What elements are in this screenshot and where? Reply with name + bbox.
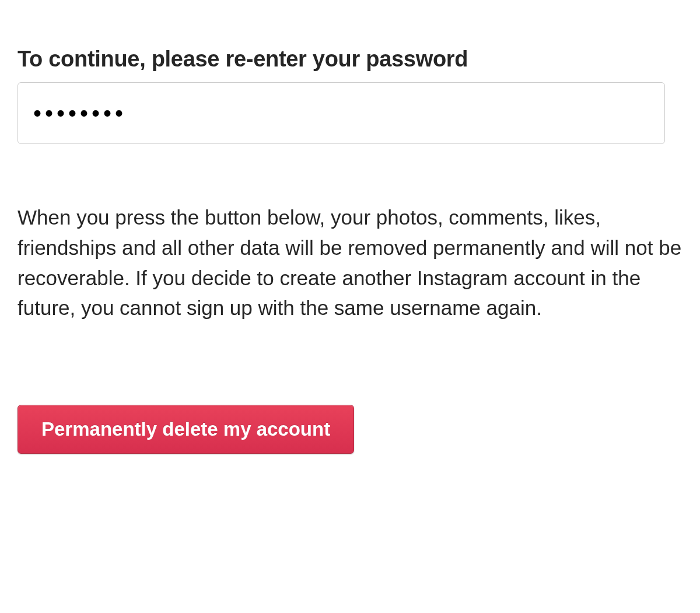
deletion-warning-text: When you press the button below, your ph… [18,202,682,323]
permanently-delete-account-button[interactable]: Permanently delete my account [18,405,354,454]
password-input[interactable] [18,82,665,144]
password-label: To continue, please re-enter your passwo… [18,47,682,72]
delete-account-form: To continue, please re-enter your passwo… [18,47,682,454]
